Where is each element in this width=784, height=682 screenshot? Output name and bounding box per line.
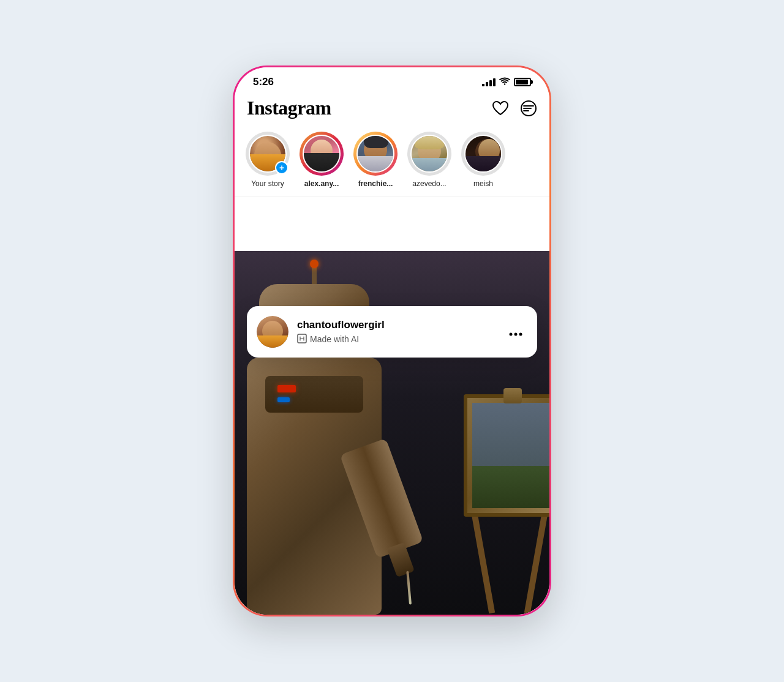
messenger-icon [520,100,537,117]
robot-chest-panel [265,376,363,413]
robot-indicator-1 [277,385,296,392]
alex-label: alex.any... [304,179,339,188]
robot-indicator-2 [277,397,290,402]
signal-bars-icon [482,78,496,86]
phone-wrapper: 5:26 [233,66,551,616]
status-bar: 5:26 [235,67,549,93]
divider [235,197,549,197]
robot-hand [387,542,415,577]
add-story-button[interactable]: + [275,161,288,174]
app-header: Instagram [235,93,549,128]
azevedo-label: azevedo... [412,179,446,188]
frenchie-story-ring [353,132,398,176]
meish-story-ring [461,132,505,176]
story-item-meish[interactable]: meish [461,132,505,188]
post-info: chantouflowergirl Made with AI [297,318,496,345]
ai-label: Made with AI [310,334,359,344]
instagram-logo: Instagram [247,97,331,119]
phone-screen: 5:26 [235,67,549,615]
status-icons [482,77,531,88]
battery-icon [514,78,531,86]
canvas-sky [472,403,549,466]
story-item-your-story[interactable]: + Your story [246,132,290,188]
meish-avatar-wrapper [461,132,505,176]
signal-bar-3 [489,80,492,86]
azevedo-avatar-wrapper [407,132,451,176]
signal-bar-2 [486,82,488,86]
post-overlay-card: chantouflowergirl Made with AI [247,306,537,358]
alex-story-ring [300,132,344,176]
easel-canvas [472,403,549,508]
signal-bar-1 [482,84,484,86]
alex-avatar-wrapper [300,132,344,176]
svg-point-4 [519,332,522,335]
story-item-azevedo[interactable]: azevedo... [407,132,451,188]
azevedo-avatar [410,135,448,173]
your-story-label: Your story [251,179,284,188]
easel-leg-right [524,504,549,613]
story-item-alex[interactable]: alex.any... [300,132,344,188]
heart-button[interactable] [492,100,509,117]
heart-icon [492,100,509,116]
status-time: 5:26 [253,76,274,88]
battery-fill [516,80,528,84]
ai-made-icon [297,334,307,345]
alex-avatar [303,135,341,173]
brush [406,571,412,604]
frenchie-avatar-wrapper [353,132,398,176]
svg-point-3 [514,332,518,335]
easel-frame [464,394,549,517]
easel-leg-left [470,504,495,613]
svg-point-2 [510,332,513,335]
post-subtitle: Made with AI [297,334,496,345]
post-menu-button[interactable] [504,323,527,342]
robot-antenna [312,266,317,284]
phone-frame: 5:26 [233,66,551,616]
easel [451,382,549,615]
canvas-landscape [472,466,549,508]
meish-avatar [464,135,502,173]
azevedo-story-ring [407,132,451,176]
frenchie-avatar [356,135,394,173]
wifi-icon [499,77,510,88]
post-avatar [257,316,288,348]
stories-row: + Your story [235,128,549,197]
header-icons [492,100,537,117]
signal-bar-4 [493,78,496,86]
post-username: chantouflowergirl [297,318,496,332]
meish-label: meish [473,179,493,188]
messenger-button[interactable] [520,100,537,117]
frenchie-label: frenchie... [358,179,393,188]
your-story-avatar-wrapper: + [246,132,290,176]
easel-top-block [503,388,522,403]
robot-antenna-tip [310,260,318,268]
story-item-frenchie[interactable]: frenchie... [353,132,398,188]
